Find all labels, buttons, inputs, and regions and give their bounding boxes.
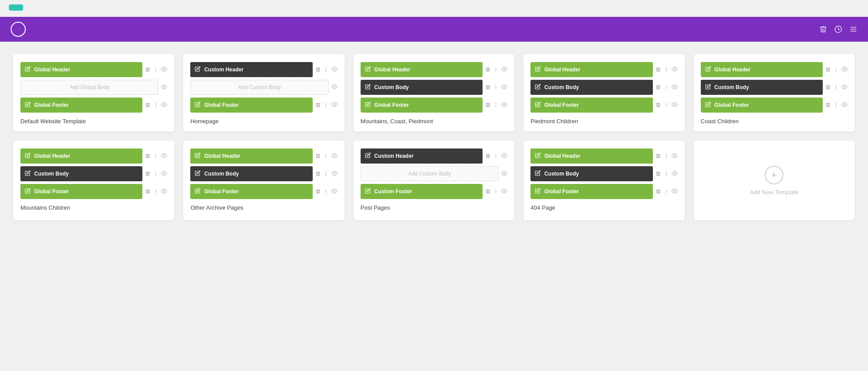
more-icon[interactable] xyxy=(664,189,669,194)
more-icon[interactable] xyxy=(323,102,329,108)
delete-icon[interactable] xyxy=(145,153,150,159)
eye-icon[interactable] xyxy=(161,66,167,74)
delete-icon[interactable] xyxy=(315,153,321,159)
delete-icon[interactable] xyxy=(485,67,491,72)
section-btn[interactable]: Global Footer xyxy=(530,184,652,199)
more-icon[interactable] xyxy=(664,171,669,176)
more-icon[interactable] xyxy=(833,85,839,90)
delete-icon[interactable] xyxy=(656,171,661,176)
section-btn[interactable]: Global Footer xyxy=(190,184,312,199)
eye-icon[interactable] xyxy=(672,170,678,178)
more-icon[interactable] xyxy=(323,189,329,194)
eye-icon[interactable] xyxy=(331,66,338,74)
eye-icon[interactable] xyxy=(501,84,507,91)
settings-icon[interactable] xyxy=(849,25,857,33)
eye-icon[interactable] xyxy=(331,170,338,178)
eye-icon[interactable] xyxy=(672,152,678,160)
section-btn[interactable]: Global Footer xyxy=(701,98,823,113)
delete-icon[interactable] xyxy=(825,67,831,72)
delete-icon[interactable] xyxy=(145,67,150,72)
delete-icon[interactable] xyxy=(825,85,831,90)
delete-icon[interactable] xyxy=(485,85,491,90)
eye-icon[interactable] xyxy=(501,66,507,74)
eye-icon[interactable] xyxy=(501,188,507,195)
delete-icon[interactable] xyxy=(145,102,150,108)
eye-icon[interactable] xyxy=(331,102,338,109)
more-icon[interactable] xyxy=(833,102,839,108)
eye-icon[interactable] xyxy=(501,102,507,109)
eye-icon[interactable] xyxy=(501,152,507,160)
section-btn[interactable]: Global Footer xyxy=(20,184,142,199)
section-btn[interactable]: Global Footer xyxy=(190,98,312,113)
delete-icon[interactable] xyxy=(315,189,321,194)
section-btn[interactable]: Custom Body xyxy=(190,166,312,181)
eye-icon[interactable] xyxy=(331,188,338,195)
history-icon[interactable] xyxy=(834,25,842,33)
eye-icon[interactable] xyxy=(331,84,338,91)
section-btn[interactable]: Custom Body xyxy=(530,80,652,95)
more-icon[interactable] xyxy=(153,102,158,108)
more-icon[interactable] xyxy=(323,171,329,176)
eye-icon[interactable] xyxy=(672,188,678,195)
more-icon[interactable] xyxy=(833,67,839,72)
delete-icon[interactable] xyxy=(485,189,491,194)
section-btn[interactable]: Global Header xyxy=(530,62,652,77)
eye-icon[interactable] xyxy=(161,188,167,195)
delete-icon[interactable] xyxy=(825,102,831,108)
more-icon[interactable] xyxy=(664,102,669,108)
eye-icon[interactable] xyxy=(672,102,678,109)
eye-icon[interactable] xyxy=(331,152,338,160)
more-icon[interactable] xyxy=(153,171,158,176)
section-btn[interactable]: Custom Body xyxy=(20,166,142,181)
eye-icon[interactable] xyxy=(841,84,848,91)
more-icon[interactable] xyxy=(493,85,499,90)
eye-icon[interactable] xyxy=(841,66,848,74)
delete-icon[interactable] xyxy=(656,67,661,72)
delete-icon[interactable] xyxy=(145,189,150,194)
more-icon[interactable] xyxy=(153,153,158,159)
section-btn[interactable]: Global Header xyxy=(190,148,312,164)
delete-icon[interactable] xyxy=(656,85,661,90)
section-btn[interactable]: Custom Body xyxy=(530,166,652,181)
eye-icon[interactable] xyxy=(672,66,678,74)
delete-icon[interactable] xyxy=(656,102,661,108)
more-icon[interactable] xyxy=(153,189,158,194)
more-icon[interactable] xyxy=(664,85,669,90)
delete-icon[interactable] xyxy=(145,171,150,176)
section-btn[interactable]: Global Header xyxy=(20,148,142,164)
eye-icon[interactable] xyxy=(161,152,167,160)
eye-icon[interactable] xyxy=(501,170,507,178)
section-btn[interactable]: Custom Body xyxy=(361,80,483,95)
more-icon[interactable] xyxy=(664,67,669,72)
section-btn[interactable]: Global Header xyxy=(701,62,823,77)
eye-icon[interactable] xyxy=(841,102,848,109)
eye-icon[interactable] xyxy=(672,84,678,91)
more-icon[interactable] xyxy=(323,153,329,159)
more-icon[interactable] xyxy=(323,67,329,72)
section-btn[interactable]: Global Header xyxy=(530,148,652,164)
section-btn[interactable]: Global Header xyxy=(20,62,142,77)
delete-icon[interactable] xyxy=(315,67,321,72)
eye-icon[interactable] xyxy=(161,102,167,109)
delete-icon[interactable] xyxy=(315,171,321,176)
delete-icon[interactable] xyxy=(819,25,827,33)
eye-icon[interactable] xyxy=(161,170,167,178)
delete-icon[interactable] xyxy=(485,102,491,108)
more-icon[interactable] xyxy=(493,102,499,108)
section-btn[interactable]: Global Footer xyxy=(361,98,483,113)
more-icon[interactable] xyxy=(153,67,158,72)
section-btn[interactable]: Custom Header xyxy=(190,62,312,77)
delete-icon[interactable] xyxy=(315,102,321,108)
section-btn[interactable]: Custom Header xyxy=(361,148,483,164)
section-btn[interactable]: Global Header xyxy=(361,62,483,77)
add-section-btn[interactable]: Add Custom Body xyxy=(190,80,328,95)
section-btn[interactable]: Custom Footer xyxy=(361,184,483,199)
section-btn[interactable]: Global Footer xyxy=(530,98,652,113)
more-icon[interactable] xyxy=(493,189,499,194)
delete-icon[interactable] xyxy=(656,189,661,194)
delete-icon[interactable] xyxy=(485,153,491,159)
add-section-btn[interactable]: Add Global Body xyxy=(20,80,158,95)
eye-icon[interactable] xyxy=(161,84,167,91)
delete-icon[interactable] xyxy=(656,153,661,159)
add-template-card[interactable]: + Add New Template xyxy=(694,141,855,220)
